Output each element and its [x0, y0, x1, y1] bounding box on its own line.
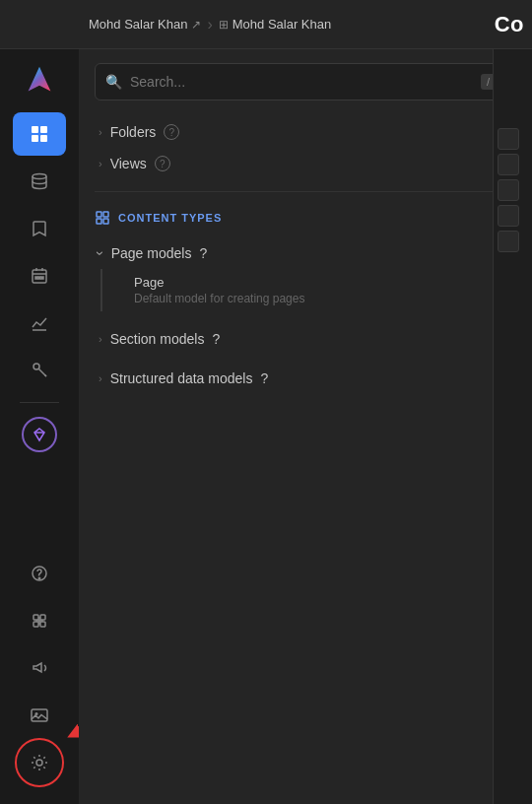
svg-rect-11	[41, 277, 43, 279]
folders-help-icon[interactable]: ?	[164, 124, 179, 140]
breadcrumb-user-name: Mohd Salar Khan	[89, 17, 187, 32]
svg-rect-28	[97, 219, 101, 224]
svg-point-25	[36, 760, 42, 766]
content-type-page-models: › Page models ? Page Default model for c…	[79, 234, 522, 319]
sidebar-item-database[interactable]	[13, 160, 66, 203]
svg-rect-22	[40, 622, 45, 627]
chevron-right-icon: ›	[99, 333, 102, 345]
page-models-children: Page Default model for creating pages	[100, 269, 506, 311]
nav-item-folders[interactable]: › Folders ?	[95, 116, 506, 148]
page-models-help-icon[interactable]: ?	[199, 245, 207, 261]
section-models-label: Section models	[110, 331, 205, 347]
search-bar[interactable]: 🔍 /	[95, 63, 506, 100]
chevron-right-icon: ›	[99, 158, 102, 169]
content-types-icon	[95, 210, 110, 226]
svg-rect-3	[40, 135, 47, 142]
breadcrumb-page-name: Mohd Salar Khan	[233, 17, 331, 32]
sidebar-item-help[interactable]	[13, 552, 66, 595]
sidebar-item-calendar[interactable]	[13, 254, 66, 298]
svg-rect-1	[40, 126, 47, 133]
breadcrumb: Mohd Salar Khan ↗ › ⊞ Mohd Salar Khan	[89, 16, 331, 34]
svg-rect-26	[97, 212, 101, 217]
section-models-header[interactable]: › Section models ?	[95, 323, 506, 355]
external-link-icon: ↗	[191, 18, 201, 32]
breadcrumb-user[interactable]: Mohd Salar Khan ↗	[89, 17, 201, 32]
page-models-label: Page models	[111, 245, 192, 261]
right-panel-item	[498, 128, 519, 150]
chevron-down-icon: ›	[93, 251, 108, 256]
structured-data-header[interactable]: › Structured data models ?	[95, 363, 506, 394]
sidebar	[0, 49, 79, 804]
gem-circle	[22, 417, 57, 452]
breadcrumb-separator: ›	[207, 16, 212, 34]
search-icon: 🔍	[105, 74, 122, 90]
model-page-desc: Default model for creating pages	[134, 292, 499, 305]
svg-rect-10	[38, 277, 40, 279]
svg-rect-9	[35, 277, 37, 279]
svg-rect-20	[40, 615, 45, 620]
structured-data-help-icon[interactable]: ?	[260, 370, 268, 386]
right-panel-strip	[493, 49, 522, 804]
model-page-name: Page	[134, 275, 499, 290]
svg-line-15	[45, 375, 47, 377]
content-type-structured-data: › Structured data models ?	[79, 359, 522, 398]
svg-point-13	[33, 364, 39, 369]
chevron-right-icon: ›	[99, 372, 102, 384]
search-input[interactable]	[130, 74, 473, 90]
sidebar-item-dashboard[interactable]	[13, 112, 66, 156]
sidebar-bottom	[13, 552, 66, 794]
views-label: Views	[110, 156, 147, 171]
svg-rect-0	[32, 126, 38, 133]
page-icon: ⊞	[219, 18, 229, 32]
content-types-label: CONTENT TYPES	[118, 212, 222, 224]
folders-label: Folders	[110, 124, 157, 140]
right-panel-item	[498, 154, 519, 175]
sidebar-item-announcements[interactable]	[13, 646, 66, 690]
svg-rect-19	[33, 615, 38, 620]
left-panel: 🔍 / › Folders ? › Views ?	[79, 49, 522, 804]
right-panel-label: Co	[495, 12, 532, 37]
page-models-header[interactable]: › Page models ?	[95, 237, 506, 269]
divider	[95, 191, 506, 192]
main-layout: 🔍 / › Folders ? › Views ?	[0, 49, 532, 804]
model-page[interactable]: Page Default model for creating pages	[126, 269, 506, 311]
sidebar-item-chart[interactable]	[13, 302, 66, 345]
svg-rect-29	[103, 219, 108, 224]
topbar: Mohd Salar Khan ↗ › ⊞ Mohd Salar Khan Co	[0, 0, 532, 49]
app-logo[interactable]	[19, 59, 60, 100]
sidebar-item-gem[interactable]	[13, 413, 66, 456]
svg-point-4	[33, 174, 46, 179]
right-panel-item	[498, 205, 519, 227]
section-models-help-icon[interactable]: ?	[212, 331, 220, 347]
svg-rect-2	[32, 135, 38, 142]
sidebar-item-shortcuts[interactable]	[13, 599, 66, 642]
content-types-section-header: CONTENT TYPES	[79, 198, 522, 234]
svg-rect-21	[33, 622, 38, 627]
sidebar-divider	[20, 402, 59, 403]
sidebar-item-settings[interactable]	[13, 741, 66, 784]
structured-data-label: Structured data models	[110, 370, 253, 386]
sidebar-item-tools[interactable]	[13, 349, 66, 392]
right-panel-item	[498, 231, 519, 252]
svg-rect-27	[103, 212, 108, 217]
chevron-right-icon: ›	[99, 126, 102, 138]
views-help-icon[interactable]: ?	[155, 156, 170, 171]
breadcrumb-page[interactable]: ⊞ Mohd Salar Khan	[219, 17, 331, 32]
sidebar-item-bookmark[interactable]	[13, 207, 66, 250]
nav-item-views[interactable]: › Views ?	[95, 148, 506, 179]
sidebar-item-media[interactable]	[13, 694, 66, 737]
right-panel-item	[498, 179, 519, 201]
svg-point-18	[38, 577, 40, 579]
nav-section: › Folders ? › Views ?	[79, 110, 522, 185]
content-type-section-models: › Section models ?	[79, 319, 522, 359]
svg-rect-23	[32, 709, 47, 721]
